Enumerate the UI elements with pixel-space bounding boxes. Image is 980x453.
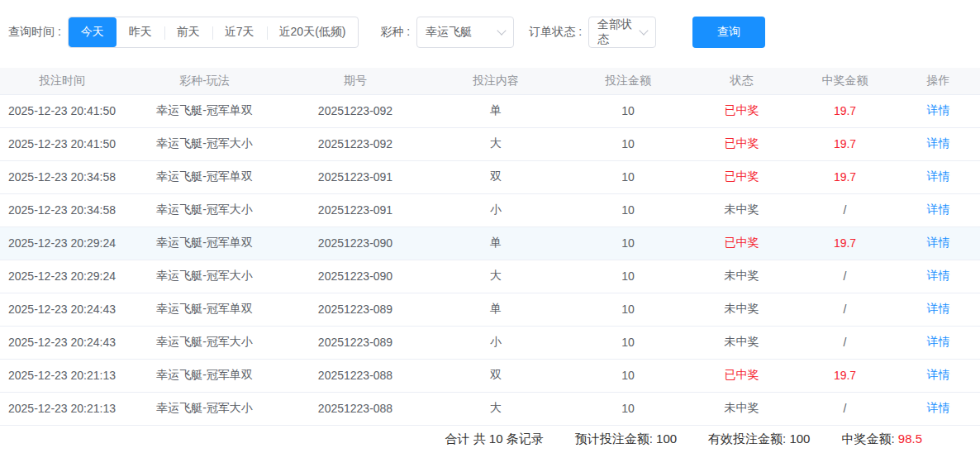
cell-amount: 10 [566,127,690,160]
cell-content: 单 [426,226,566,260]
cell-amount: 10 [566,160,690,193]
valid-bet-label: 有效投注金额: [708,432,786,446]
expected-bet-amount: 预计投注金额: 100 [575,432,677,447]
column-header: 彩种-玩法 [124,68,285,94]
status-select-value: 全部状态 [597,17,640,47]
detail-link[interactable]: 详情 [927,335,950,348]
time-filter-0[interactable]: 今天 [69,17,117,47]
cell-prize: / [793,392,897,425]
lottery-select-value: 幸运飞艇 [426,25,472,40]
cell-time: 2025-12-23 20:24:43 [0,293,124,326]
cell-prize: / [793,293,897,326]
cell-amount: 10 [566,193,690,226]
table-row: 2025-12-23 20:29:24幸运飞艇-冠军单双20251223-090… [0,226,980,260]
time-filter-2[interactable]: 前天 [164,17,212,47]
detail-link[interactable]: 详情 [927,302,950,315]
table-body: 2025-12-23 20:41:50幸运飞艇-冠军单双20251223-092… [0,94,980,425]
cell-status: 未中奖 [690,326,793,359]
cell-status: 已中奖 [690,160,793,193]
time-filter-group: 今天昨天前天近7天近20天(低频) [68,17,359,48]
detail-link[interactable]: 详情 [927,136,950,150]
cell-content: 小 [426,326,566,359]
cell-game: 幸运飞艇-冠军单双 [124,293,285,326]
table-row: 2025-12-23 20:41:50幸运飞艇-冠军单双20251223-092… [0,94,980,127]
prize-value: 98.5 [898,432,922,446]
column-header: 投注内容 [426,68,566,94]
cell-prize: 19.7 [793,359,897,392]
valid-bet-value: 100 [789,432,810,446]
detail-link[interactable]: 详情 [927,203,950,216]
cell-time: 2025-12-23 20:29:24 [0,226,124,260]
detail-link[interactable]: 详情 [927,169,950,183]
column-header: 状态 [690,68,793,94]
detail-link[interactable]: 详情 [927,236,950,249]
lottery-label: 彩种 : [380,25,410,40]
chevron-down-icon [639,26,648,35]
status-label: 订单状态 : [529,25,582,40]
cell-content: 双 [426,160,566,193]
table-row: 2025-12-23 20:29:24幸运飞艇-冠军大小20251223-090… [0,260,980,293]
bet-records-table: 投注时间彩种-玩法期号投注内容投注金额状态中奖金额操作 2025-12-23 2… [0,68,980,426]
detail-link[interactable]: 详情 [927,269,950,282]
cell-prize: / [793,193,897,226]
status-select[interactable]: 全部状态 [588,17,656,48]
prize-amount: 中奖金额: 98.5 [841,432,922,447]
valid-bet-amount: 有效投注金额: 100 [708,432,810,447]
cell-prize: / [793,326,897,359]
filter-toolbar: 查询时间 : 今天昨天前天近7天近20天(低频) 彩种 : 幸运飞艇 订单状态 … [0,0,980,50]
lottery-select[interactable]: 幸运飞艇 [416,17,514,48]
cell-game: 幸运飞艇-冠军单双 [124,94,285,127]
cell-amount: 10 [566,260,690,293]
table-row: 2025-12-23 20:34:58幸运飞艇-冠军单双20251223-091… [0,160,980,193]
cell-game: 幸运飞艇-冠军大小 [124,260,285,293]
cell-issue: 20251223-090 [285,226,426,260]
cell-content: 单 [426,293,566,326]
expected-bet-value: 100 [656,432,677,446]
cell-prize: 19.7 [793,226,897,260]
column-header: 中奖金额 [793,68,897,94]
total-records-text: 合计 共 10 条记录 [445,432,544,447]
cell-issue: 20251223-091 [285,160,426,193]
cell-time: 2025-12-23 20:24:43 [0,326,124,359]
cell-time: 2025-12-23 20:41:50 [0,94,124,127]
time-filter-4[interactable]: 近20天(低频) [267,17,359,47]
query-button[interactable]: 查询 [692,17,765,48]
cell-game: 幸运飞艇-冠军单双 [124,226,285,260]
cell-amount: 10 [566,226,690,260]
detail-link[interactable]: 详情 [927,368,950,381]
cell-time: 2025-12-23 20:29:24 [0,260,124,293]
cell-game: 幸运飞艇-冠军大小 [124,127,285,160]
cell-prize: 19.7 [793,160,897,193]
cell-amount: 10 [566,359,690,392]
cell-issue: 20251223-088 [285,359,426,392]
table-row: 2025-12-23 20:21:13幸运飞艇-冠军大小20251223-088… [0,392,980,425]
cell-content: 大 [426,260,566,293]
table-row: 2025-12-23 20:34:58幸运飞艇-冠军大小20251223-091… [0,193,980,226]
cell-action: 详情 [897,193,980,226]
time-filter-label: 查询时间 : [8,25,61,40]
cell-action: 详情 [897,127,980,160]
cell-issue: 20251223-091 [285,193,426,226]
cell-action: 详情 [897,293,980,326]
cell-status: 未中奖 [690,293,793,326]
chevron-down-icon [497,26,507,35]
detail-link[interactable]: 详情 [927,401,950,414]
time-filter-3[interactable]: 近7天 [212,17,267,47]
cell-game: 幸运飞艇-冠军单双 [124,160,285,193]
cell-issue: 20251223-088 [285,392,426,425]
time-filter-1[interactable]: 昨天 [117,17,164,47]
expected-bet-label: 预计投注金额: [575,432,653,446]
cell-time: 2025-12-23 20:34:58 [0,193,124,226]
table-row: 2025-12-23 20:41:50幸运飞艇-冠军大小20251223-092… [0,127,980,160]
cell-issue: 20251223-092 [285,94,426,127]
cell-game: 幸运飞艇-冠军大小 [124,326,285,359]
column-header: 投注时间 [0,68,124,94]
cell-action: 详情 [897,226,980,260]
column-header: 操作 [897,68,980,94]
cell-prize: 19.7 [793,94,897,127]
cell-time: 2025-12-23 20:21:13 [0,359,124,392]
cell-action: 详情 [897,359,980,392]
cell-content: 小 [426,193,566,226]
detail-link[interactable]: 详情 [927,103,950,117]
cell-amount: 10 [566,392,690,425]
